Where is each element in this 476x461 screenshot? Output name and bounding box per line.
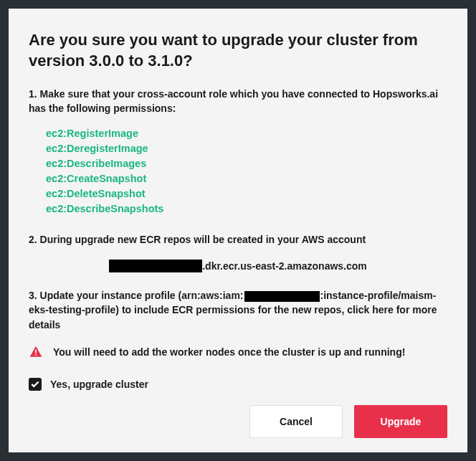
permission-item: ec2:CreateSnapshot	[46, 171, 447, 186]
confirm-checkbox-label: Yes, upgrade cluster	[50, 379, 148, 390]
permission-item: ec2:DescribeSnapshots	[46, 201, 447, 217]
permission-item: ec2:DescribeImages	[46, 156, 447, 171]
cancel-button[interactable]: Cancel	[249, 405, 343, 438]
check-icon	[30, 379, 40, 389]
svg-rect-0	[35, 350, 37, 353]
permission-item: ec2:DeleteSnapshot	[46, 186, 447, 201]
confirm-checkbox-row: Yes, upgrade cluster	[29, 378, 447, 391]
warning-text: You will need to add the worker nodes on…	[53, 346, 405, 358]
step-3-text: 3. Update your instance profile (arn:aws…	[29, 288, 447, 332]
warning-row: You will need to add the worker nodes on…	[29, 345, 447, 359]
redacted-account-id	[109, 260, 202, 272]
step-1-text: 1. Make sure that your cross-account rol…	[29, 87, 447, 116]
step-2-text: 2. During upgrade new ECR repos will be …	[29, 232, 447, 247]
upgrade-confirmation-dialog: Are you sure you want to upgrade your cl…	[9, 9, 467, 452]
dialog-title: Are you sure you want to upgrade your cl…	[29, 30, 447, 71]
dialog-buttons: Cancel Upgrade	[29, 405, 447, 438]
permission-item: ec2:DeregisterImage	[46, 141, 447, 156]
svg-rect-1	[35, 354, 37, 356]
permission-item: ec2:RegisterImage	[46, 126, 447, 141]
upgrade-button[interactable]: Upgrade	[354, 405, 447, 438]
ecr-repo-line: .dkr.ecr.us-east-2.amazonaws.com	[29, 260, 447, 272]
warning-icon	[29, 345, 43, 359]
ecr-domain-text: .dkr.ecr.us-east-2.amazonaws.com	[202, 260, 367, 272]
step-3-prefix: 3. Update your instance profile (arn:aws…	[29, 290, 244, 301]
confirm-checkbox[interactable]	[29, 378, 42, 391]
redacted-arn-account	[244, 291, 320, 302]
permissions-list: ec2:RegisterImage ec2:DeregisterImage ec…	[46, 126, 447, 217]
